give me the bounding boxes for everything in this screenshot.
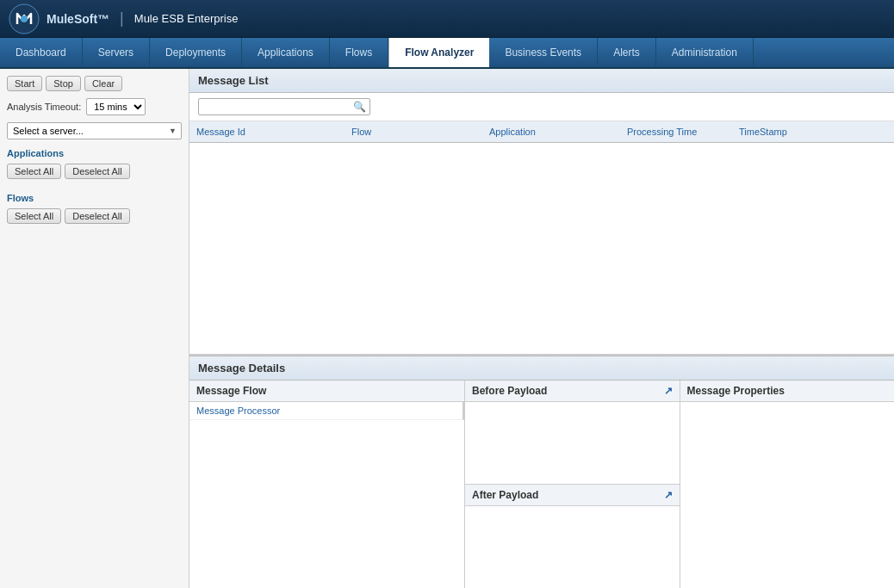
- payload-panels: Before Payload ↗ After Payload ↗: [465, 381, 680, 588]
- message-details-section: Message Details Message Flow Message Pro…: [189, 356, 894, 588]
- flows-deselect-all[interactable]: Deselect All: [65, 208, 129, 224]
- search-icon: 🔍: [353, 101, 366, 113]
- before-payload-title: Before Payload: [472, 385, 547, 397]
- sidebar: Start Stop Clear Analysis Timeout: 15 mi…: [0, 69, 189, 588]
- message-list-section: Message List 🔍 Message Id Flow Applicati…: [189, 69, 894, 356]
- stop-button[interactable]: Stop: [46, 76, 81, 91]
- start-button[interactable]: Start: [7, 76, 42, 91]
- mulesoft-logo: [9, 3, 40, 34]
- message-list-header: Message List: [189, 69, 894, 93]
- search-input-wrap: 🔍: [198, 98, 370, 115]
- before-payload-external-link-icon[interactable]: ↗: [664, 385, 673, 397]
- flows-section: Flows Select All Deselect All: [7, 193, 182, 224]
- details-body: Message Flow Message Processor Before Pa…: [189, 381, 894, 588]
- top-header: MuleSoft™ | Mule ESB Enterprise: [0, 0, 894, 38]
- after-payload-panel: After Payload ↗: [465, 485, 680, 588]
- timeout-select[interactable]: 15 mins 1 min 5 mins 30 mins 1 hour: [86, 98, 146, 115]
- nav-bar: Dashboard Servers Deployments Applicatio…: [0, 38, 894, 69]
- col-header-flow[interactable]: Flow: [345, 125, 482, 139]
- col-header-application[interactable]: Application: [482, 125, 620, 139]
- analysis-timeout-label: Analysis Timeout:: [7, 102, 81, 112]
- before-payload-panel: Before Payload ↗: [465, 381, 680, 485]
- message-properties-header: Message Properties: [680, 381, 895, 402]
- sidebar-controls: Start Stop Clear: [7, 76, 182, 91]
- clear-button[interactable]: Clear: [84, 76, 122, 91]
- applications-section-label: Applications: [7, 148, 182, 160]
- content-area: Message List 🔍 Message Id Flow Applicati…: [189, 69, 894, 588]
- after-payload-title: After Payload: [472, 489, 538, 501]
- message-table-body: [189, 143, 894, 354]
- nav-applications[interactable]: Applications: [242, 38, 330, 67]
- logo-area: MuleSoft™ | Mule ESB Enterprise: [9, 3, 238, 34]
- message-processor-label: Message Processor: [196, 405, 280, 416]
- main-layout: Start Stop Clear Analysis Timeout: 15 mi…: [0, 69, 894, 588]
- message-properties-panel: Message Properties: [680, 381, 895, 588]
- nav-business-events[interactable]: Business Events: [489, 38, 598, 67]
- nav-dashboard[interactable]: Dashboard: [0, 38, 83, 67]
- message-flow-panel-body: Message Processor: [189, 402, 464, 588]
- message-details-header: Message Details: [189, 356, 894, 381]
- nav-deployments[interactable]: Deployments: [150, 38, 242, 67]
- search-input[interactable]: [198, 98, 370, 115]
- nav-flows[interactable]: Flows: [330, 38, 388, 67]
- app-name: Mule ESB Enterprise: [134, 12, 239, 25]
- logo-divider: |: [120, 9, 124, 28]
- flows-select-all[interactable]: Select All: [7, 208, 61, 224]
- flows-section-label: Flows: [7, 193, 182, 205]
- col-header-processing-time[interactable]: Processing Time: [620, 125, 732, 139]
- message-properties-body: [680, 402, 895, 588]
- before-payload-header: Before Payload ↗: [465, 381, 680, 402]
- search-bar: 🔍: [189, 93, 894, 121]
- analysis-timeout-row: Analysis Timeout: 15 mins 1 min 5 mins 3…: [7, 98, 182, 115]
- applications-select-all[interactable]: Select All: [7, 164, 61, 179]
- nav-alerts[interactable]: Alerts: [598, 38, 656, 67]
- col-header-message-id[interactable]: Message Id: [189, 125, 345, 139]
- message-processor-row[interactable]: Message Processor: [189, 402, 464, 420]
- after-payload-external-link-icon[interactable]: ↗: [664, 489, 673, 501]
- server-select[interactable]: Select a server...: [7, 122, 182, 139]
- col-header-timestamp[interactable]: TimeStamp: [732, 125, 894, 139]
- applications-deselect-all[interactable]: Deselect All: [65, 164, 129, 179]
- message-flow-panel-header: Message Flow: [189, 381, 464, 402]
- message-flow-panel: Message Flow Message Processor: [189, 381, 465, 588]
- logo-text: MuleSoft™: [47, 12, 109, 26]
- nav-administration[interactable]: Administration: [656, 38, 754, 67]
- table-header: Message Id Flow Application Processing T…: [189, 121, 894, 143]
- nav-flow-analyzer[interactable]: Flow Analyzer: [388, 38, 489, 67]
- nav-servers[interactable]: Servers: [83, 38, 150, 67]
- applications-buttons: Select All Deselect All: [7, 164, 182, 179]
- svg-point-1: [21, 15, 28, 22]
- after-payload-body: [465, 506, 680, 588]
- flows-buttons: Select All Deselect All: [7, 208, 182, 224]
- after-payload-header: After Payload ↗: [465, 485, 680, 506]
- server-select-wrap: Select a server...: [7, 122, 182, 139]
- before-payload-body: [465, 402, 680, 484]
